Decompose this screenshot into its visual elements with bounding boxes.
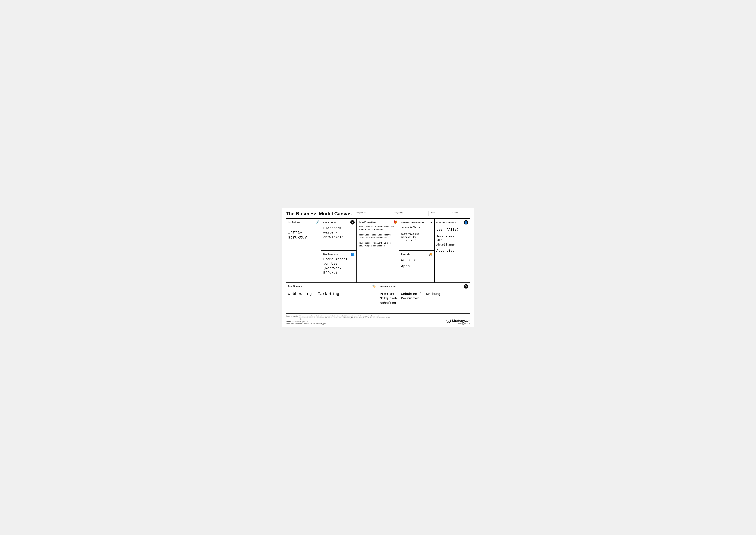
date-label: Date:: [431, 212, 448, 213]
designed-by-label: DESIGNED BY:: [286, 321, 297, 323]
designed-for-label: Designed for:: [356, 212, 390, 213]
channels-content-1: Website: [401, 258, 432, 263]
cost-content: Webhosting Marketing: [288, 291, 376, 296]
people-icon: 👥: [351, 252, 355, 256]
cost-item-2: Marketing: [318, 291, 339, 296]
version-label: Version:: [452, 212, 469, 213]
revenue-content: PremiumMitglied-schaften Gebühren f.Recr…: [380, 292, 468, 305]
channels-label: Channels 🚚: [401, 252, 432, 256]
channels-cell: Channels 🚚 Website Apps: [399, 251, 434, 282]
bottom-section: Cost Structure 🏷️ Webhosting Marketing R…: [286, 283, 470, 313]
strategyzer-url: strategyzer.com: [446, 323, 470, 325]
canvas-wrapper: The Business Model Canvas Designed for: …: [282, 208, 474, 327]
footer-license: © ⊕ ⊙ ⊛ ⓘ This work is licensed under th…: [286, 315, 391, 321]
top-section: Key Partners 🔗 Infra-struktur Key Activi…: [286, 219, 470, 283]
designed-for-field[interactable]: Designed for:: [355, 211, 391, 216]
footer-designed-by: DESIGNED BY: Strategyzer AG: [286, 321, 391, 323]
cs-content-1: User (Alle): [436, 228, 468, 232]
cust-rel-col: Customer Relationships ♥ Netzwerkeffekte…: [399, 219, 435, 282]
cost-item-1: Webhosting: [288, 291, 312, 296]
header-fields: Designed for: Designed by: Date: Version…: [355, 211, 470, 216]
channels-content-2: Apps: [401, 264, 432, 269]
key-activities-label: Key Activities ✓: [323, 220, 355, 224]
cost-structure-cell: Cost Structure 🏷️ Webhosting Marketing: [286, 283, 378, 313]
page-title: The Business Model Canvas: [286, 211, 352, 216]
version-field[interactable]: Version:: [451, 211, 470, 216]
checkmark-icon: ✓: [350, 220, 355, 224]
customer-segments-label: Customer Segments 👤: [436, 220, 468, 224]
logo-icon: ⊙: [446, 319, 451, 323]
customer-relationships-content: Netzwerkeffekte(innerhalb undzwischen de…: [401, 226, 432, 242]
bmc-grid: Key Partners 🔗 Infra-struktur Key Activi…: [286, 218, 470, 314]
heart-icon: ♥: [430, 220, 432, 224]
footer: © ⊕ ⊙ ⊛ ⓘ This work is licensed under th…: [286, 315, 470, 325]
revenue-item-3: Werbung: [426, 292, 440, 296]
cs-content-3: Advertiser: [436, 249, 468, 253]
gift-icon: 🎁: [393, 220, 397, 224]
strategyzer-logo: ⊙ Strategyzer: [446, 319, 470, 323]
revenue-streams-label: Revenue Streams $: [380, 284, 468, 289]
customer-relationships-label: Customer Relationships ♥: [401, 220, 432, 224]
value-propositions-label: Value Propositions 🎁: [359, 220, 397, 224]
license-icons: © ⊕ ⊙ ⊛ ⓘ: [286, 315, 298, 318]
key-resources-content: Große Anzahlvon Usern(Netzwerk-Effekt): [323, 257, 355, 275]
key-partners-cell: Key Partners 🔗 Infra-struktur: [286, 219, 322, 282]
designed-by-label: Designed by:: [393, 212, 427, 213]
brand-name: Strategyzer: [452, 319, 470, 323]
dollar-icon: $: [464, 284, 468, 289]
key-activities-col: Key Activities ✓ Plattformweiter-entwick…: [321, 219, 357, 282]
revenue-streams-cell: Revenue Streams $ PremiumMitglied-schaft…: [378, 283, 470, 313]
cost-structure-label: Cost Structure 🏷️: [288, 284, 376, 288]
designed-by-field[interactable]: Designed by:: [392, 211, 429, 216]
revenue-item-2: Gebühren f.Recruiter: [401, 292, 423, 301]
designed-by-name: Strategyzer AG: [297, 321, 308, 323]
footer-left: © ⊕ ⊙ ⊛ ⓘ This work is licensed under th…: [286, 315, 391, 325]
key-partners-label: Key Partners 🔗: [288, 220, 319, 224]
truck-icon: 🚚: [429, 252, 432, 256]
revenue-item-1: PremiumMitglied-schaften: [380, 292, 398, 305]
key-resources-cell: Key Resources 👥 Große Anzahlvon Usern(Ne…: [321, 251, 357, 282]
license-text: This work is licensed under the Creative…: [299, 315, 390, 321]
key-activities-cell: Key Activities ✓ Plattformweiter-entwick…: [321, 219, 357, 251]
cs-content-2: Recruiter/HR/Abteilungen: [436, 235, 468, 247]
vp-user-content: User: berufl. Präsentation und Aufbau vo…: [359, 225, 397, 231]
customer-relationships-cell: Customer Relationships ♥ Netzwerkeffekte…: [399, 219, 434, 251]
vp-recruiter-content: Recruiter: gezieltes Active Sourcing dur…: [359, 234, 397, 239]
date-field[interactable]: Date:: [430, 211, 449, 216]
footer-tagline: The makers of Business Model Generation …: [286, 323, 391, 325]
link-icon: 🔗: [315, 220, 319, 224]
header: The Business Model Canvas Designed for: …: [286, 211, 470, 216]
person-icon: 👤: [464, 220, 468, 224]
key-activities-content: Plattformweiter-entwickeln: [323, 226, 355, 239]
footer-right: ⊙ Strategyzer strategyzer.com: [446, 319, 470, 325]
customer-segments-cell: Customer Segments 👤 User (Alle) Recruite…: [435, 219, 470, 282]
tag-icon: 🏷️: [372, 284, 376, 288]
key-partners-content: Infra-struktur: [288, 230, 319, 240]
value-propositions-cell: Value Propositions 🎁 User: berufl. Präse…: [357, 219, 399, 282]
key-resources-label: Key Resources 👥: [323, 252, 355, 256]
vp-advertiser-content: Advertiser: Möglichkeit des Zielgruppen-…: [359, 241, 397, 247]
